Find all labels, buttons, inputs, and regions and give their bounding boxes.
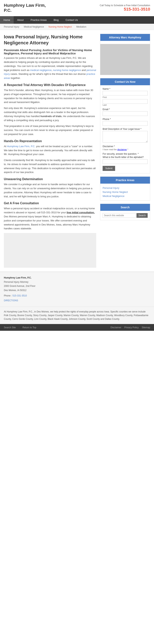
footer-directions-line: DIRECTIONS <box>4 298 150 303</box>
sub-heading: Passionate About Pursuing Justice for Vi… <box>4 48 96 55</box>
email-group: Email * <box>103 108 148 116</box>
security-question: What is the fourth letter of the alphabe… <box>103 156 148 158</box>
section1-para1: The firm's founder, attorney Marc Humphr… <box>4 88 96 104</box>
section4-heading: Get A Free Consultation <box>4 202 96 205</box>
link-nursing-home[interactable]: nursing home negligence <box>53 69 81 72</box>
attorney-photo <box>100 44 150 75</box>
footer-search-site[interactable]: Search Site <box>4 326 16 329</box>
phone-label: Phone * <box>103 118 148 120</box>
footer-address2: Des Moines, IA 50312 <box>4 288 150 292</box>
footer-privacy-policy[interactable]: Privacy Policy <box>124 326 139 329</box>
footer-main: Humphrey Law Firm, P.C. Personal Injury … <box>0 272 154 307</box>
footer-bottom: At Humphrey Law Firm, P.C., in Des Moine… <box>0 307 154 324</box>
submit-button[interactable]: Submit <box>103 166 115 171</box>
nav-item-blog[interactable]: Blog <box>50 16 62 24</box>
search-box-container: Search Search <box>100 204 150 220</box>
description-label: Brief Description of Your Legal Issue * <box>103 128 148 130</box>
email-input[interactable] <box>103 111 148 116</box>
footer-sitemap[interactable]: Sitemap <box>142 326 150 329</box>
nav-item-home[interactable]: Home <box>0 16 14 24</box>
disclaimer-group: Disclaimer * I have read the disclaimer … <box>103 145 148 151</box>
sub-nav-personal-injury[interactable]: Personal Injury <box>4 26 19 28</box>
section2-para1: At Humphrey Law Firm, P.C. you will not … <box>4 144 96 156</box>
footer-bar-right: Disclaimer Privacy Policy Sitemap <box>108 326 150 329</box>
contact-form: Name * First Last Email * Phone * Brief … <box>100 85 150 173</box>
section4-para1: When a personal injury accident or medic… <box>4 206 96 231</box>
phone-group: Phone * <box>103 118 148 126</box>
practice-medical-negligence[interactable]: Medical Negligence <box>103 194 148 198</box>
footer-phone-label: Phone : <box>4 294 12 297</box>
attorney-box-title: Attorney Marc Humphrey <box>100 34 150 41</box>
main-container: Iowa Personal Injury, Nursing Home Negli… <box>0 30 154 272</box>
footer-phone[interactable]: 515-331-3510 <box>12 294 27 297</box>
footer-bottom-text: At Humphrey Law Firm, P.C., in Des Moine… <box>4 310 150 321</box>
disclaimer-link[interactable]: disclaimer <box>117 148 127 151</box>
name-group: Name * First Last <box>103 88 148 106</box>
content-image-placeholder <box>4 233 96 268</box>
nav-item-about[interactable]: About <box>14 16 27 24</box>
link-free-consult[interactable]: free initial consultation. <box>67 211 95 214</box>
main-heading: Iowa Personal Injury, Nursing Home Negli… <box>4 34 96 46</box>
last-label: Last <box>103 104 148 106</box>
footer-address1: 2000 Grand Avenue, 2nd Floor <box>4 284 150 288</box>
phone-input[interactable] <box>103 121 148 126</box>
logo-line1: Humphrey Law Firm, <box>4 3 46 8</box>
nav-item-contact[interactable]: Contact Us <box>62 16 81 24</box>
sub-nav-nursing-home[interactable]: Nursing Home Neglect <box>48 26 72 28</box>
footer-return-top[interactable]: Return to Top <box>22 326 36 329</box>
nav-item-practice[interactable]: Practice Areas <box>27 16 50 24</box>
link-practice-areas[interactable]: practice areas <box>4 72 95 80</box>
header-cta-text: Call Today to Schedule a Free Initial Co… <box>100 4 150 7</box>
footer-info: Humphrey Law Firm, P.C. Personal Injury … <box>4 276 150 303</box>
search-form: Search <box>103 213 148 218</box>
first-name-input[interactable] <box>103 91 148 96</box>
hundreds-trials: hundreds of trials. <box>40 115 62 118</box>
practice-nursing-home[interactable]: Nursing Home Neglect <box>103 190 148 194</box>
section3-heading: Unwavering Determination <box>4 178 96 181</box>
footer-tagline: Personal Injury Attorney <box>4 280 150 284</box>
footer-directions-link[interactable]: DIRECTIONS <box>4 299 18 302</box>
sub-nav-medical-negligence[interactable]: Medical Negligence <box>24 26 44 28</box>
last-name-input[interactable] <box>103 99 148 104</box>
footer-bar-left: Search Site · Return to Top <box>4 326 36 329</box>
header-contact: Call Today to Schedule a Free Initial Co… <box>100 4 150 12</box>
email-label: Email * <box>103 108 148 111</box>
search-box-content: Search <box>100 211 150 220</box>
intro-paragraph: A passion for justice infuses all we do … <box>4 56 96 80</box>
disclaimer-text: I have read the disclaimer * <box>103 148 148 151</box>
attorney-box: Attorney Marc Humphrey <box>100 34 150 75</box>
footer-phone-line: Phone : 515-331-3510 <box>4 294 150 298</box>
practice-areas-list: Personal Injury Nursing Home Neglect Med… <box>100 184 150 200</box>
footer-firm-name: Humphrey Law Firm, P.C. <box>4 276 150 280</box>
footer-bar: Search Site · Return to Top Disclaimer P… <box>0 324 154 331</box>
practice-personal-injury[interactable]: Personal Injury <box>103 186 148 190</box>
contact-box-title: Contact Us Now <box>100 78 150 85</box>
header: Humphrey Law Firm, P.C. Call Today to Sc… <box>0 0 154 24</box>
description-textarea[interactable] <box>103 131 148 142</box>
first-label: First <box>103 96 148 98</box>
sub-nav: Personal Injury Medical Negligence Nursi… <box>0 24 154 30</box>
contact-box: Contact Us Now Name * First Last Email *… <box>100 78 150 174</box>
section1-para3: Trial preparation is one of Iowa persona… <box>4 124 96 136</box>
description-group: Brief Description of Your Legal Issue * <box>103 128 148 143</box>
header-phone[interactable]: 515-331-3510 <box>100 7 150 12</box>
section3-para1: We consider it a privilege and an honor … <box>4 182 96 198</box>
logo: Humphrey Law Firm, P.C. <box>4 3 46 13</box>
security-input[interactable] <box>103 159 148 164</box>
practice-areas-box: Practice Areas Personal Injury Nursing H… <box>100 176 150 200</box>
link-firm-name[interactable]: Humphrey Law Firm, P.C. <box>7 145 35 148</box>
security-label: For security, answer the question. * <box>103 152 148 155</box>
section2-para2: Clients consistently find Mr. Humphrey t… <box>4 158 96 174</box>
section2-heading: Hands-On Representation <box>4 140 96 143</box>
logo-line2: P.C. <box>4 8 11 13</box>
footer-bar-separator: · <box>19 326 19 329</box>
sub-nav-mediation[interactable]: Mediation <box>76 26 86 28</box>
search-input[interactable] <box>103 213 136 218</box>
search-box-title: Search <box>100 204 150 211</box>
link-medical-neg[interactable]: medical negligence <box>30 69 52 72</box>
name-label: Name * <box>103 88 148 90</box>
footer-disclaimer[interactable]: Disclaimer <box>111 326 121 329</box>
main-content: Iowa Personal Injury, Nursing Home Negli… <box>4 34 96 268</box>
search-button[interactable]: Search <box>137 213 148 218</box>
section1-para2: Not only does Mr. Humphrey's extensive e… <box>4 106 96 122</box>
